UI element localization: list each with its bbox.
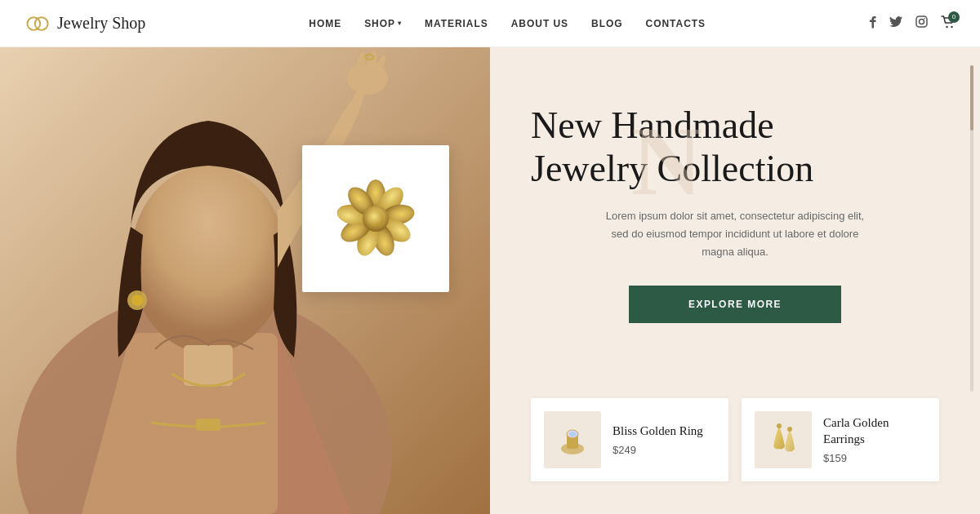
scroll-thumb <box>970 65 973 131</box>
svg-rect-16 <box>196 419 220 431</box>
svg-point-10 <box>131 166 286 353</box>
nav-about[interactable]: ABOUT US <box>511 18 568 29</box>
earring-thumb-icon <box>761 418 806 463</box>
logo[interactable]: Jewelry Shop <box>24 14 145 33</box>
svg-point-31 <box>569 432 576 436</box>
explore-button[interactable]: EXPLORE MORE <box>629 286 841 323</box>
header-right: 0 <box>869 16 956 32</box>
facebook-icon[interactable] <box>869 16 876 32</box>
ring-thumb-icon <box>550 418 595 463</box>
nav-shop[interactable]: SHOP ▾ <box>364 18 402 29</box>
svg-point-33 <box>787 427 792 432</box>
logo-icon <box>24 15 51 33</box>
svg-rect-11 <box>184 345 233 386</box>
svg-point-12 <box>347 62 388 95</box>
svg-rect-2 <box>916 16 927 27</box>
product-info-1: Bliss Golden Ring $249 <box>612 423 703 457</box>
svg-point-0 <box>27 17 40 30</box>
product-card-2[interactable]: Carla Golden Earrings $159 <box>742 398 939 481</box>
svg-point-27 <box>368 210 384 227</box>
main-content: N New HandmadeJewelry Collection Lorem i… <box>0 47 980 514</box>
product-info-2: Carla Golden Earrings $159 <box>823 415 926 464</box>
nav-contacts[interactable]: CONTACTS <box>646 18 706 29</box>
nav-home[interactable]: HOME <box>309 18 341 29</box>
header: Jewelry Shop HOME SHOP ▾ MATERIALS ABOUT… <box>0 0 980 47</box>
cart-button[interactable]: 0 <box>941 16 956 32</box>
product-price-1: $249 <box>612 444 703 456</box>
hero-text: New HandmadeJewelry Collection Lorem ips… <box>531 72 939 348</box>
hero-title: New HandmadeJewelry Collection <box>531 104 939 191</box>
product-price-2: $159 <box>823 452 926 464</box>
product-name-1: Bliss Golden Ring <box>612 423 703 440</box>
svg-point-15 <box>131 295 143 306</box>
product-name-2: Carla Golden Earrings <box>823 415 926 447</box>
nav-materials[interactable]: MATERIALS <box>425 18 488 29</box>
svg-point-32 <box>777 423 782 428</box>
hero-subtitle: Lorem ipsum dolor sit amet, consectetur … <box>596 207 874 261</box>
svg-point-1 <box>35 17 48 30</box>
scrollbar[interactable] <box>970 65 973 392</box>
product-thumb-1 <box>544 411 601 468</box>
chevron-down-icon: ▾ <box>398 20 402 27</box>
hero-image <box>0 47 490 514</box>
main-nav: HOME SHOP ▾ MATERIALS ABOUT US BLOG CONT… <box>309 18 706 29</box>
nav-blog[interactable]: BLOG <box>591 18 623 29</box>
product-card-1[interactable]: Bliss Golden Ring $249 <box>531 398 728 481</box>
product-cards: Bliss Golden Ring $249 <box>531 398 939 490</box>
ring-illustration <box>323 166 429 272</box>
svg-point-4 <box>924 18 925 20</box>
svg-point-6 <box>951 25 952 27</box>
hero-content: N New HandmadeJewelry Collection Lorem i… <box>490 47 980 514</box>
svg-point-3 <box>919 20 924 24</box>
instagram-icon[interactable] <box>915 16 928 31</box>
cart-count: 0 <box>948 11 960 23</box>
featured-product-card <box>302 145 449 292</box>
brand-name: Jewelry Shop <box>57 14 145 33</box>
product-thumb-2 <box>755 411 812 468</box>
svg-point-5 <box>946 25 947 27</box>
twitter-icon[interactable] <box>889 16 902 30</box>
